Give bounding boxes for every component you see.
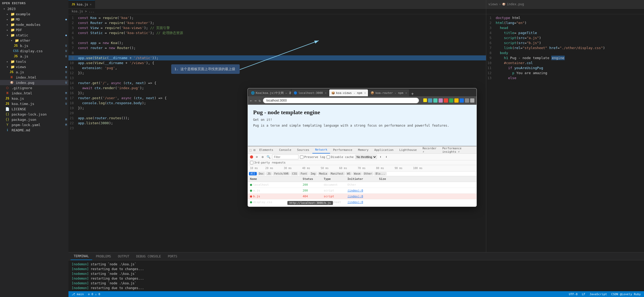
tab-problems[interactable]: PROBLEMS bbox=[93, 253, 114, 260]
throttle-select[interactable]: No throttling bbox=[355, 155, 377, 159]
sidebar-item-a-js-static[interactable]: JS a.js U bbox=[0, 54, 68, 59]
sidebar-item-index-pug[interactable]: 🐶 index.pug U bbox=[0, 80, 68, 85]
devtools-tab-elements[interactable]: Elements bbox=[257, 147, 276, 154]
sidebar-badge: M bbox=[65, 92, 67, 95]
devtools-pointer-icon[interactable]: ⊡ bbox=[253, 148, 256, 152]
tab-output[interactable]: OUTPUT bbox=[115, 253, 132, 260]
devtools-tab-application[interactable]: Application bbox=[372, 147, 396, 154]
devtools-tab-recorder[interactable]: Recorder ⚡ bbox=[420, 147, 439, 154]
breadcrumb-index-pug: index.pug bbox=[507, 2, 524, 6]
close-tab-button[interactable]: × bbox=[90, 3, 92, 6]
forward-button[interactable]: → bbox=[254, 98, 256, 103]
devtools-tab-console[interactable]: Console bbox=[276, 147, 294, 154]
sidebar-item-views[interactable]: 📁 views ● bbox=[0, 64, 68, 69]
filter-media[interactable]: Media bbox=[318, 172, 329, 175]
sidebar-root-2023[interactable]: 2023 bbox=[0, 6, 68, 11]
filter-doc[interactable]: Doc bbox=[257, 172, 265, 175]
devtools-tab-network[interactable]: Network bbox=[312, 147, 330, 154]
clear-button[interactable]: ⊘ bbox=[255, 155, 259, 159]
filter-font[interactable]: Font bbox=[299, 172, 308, 175]
search-button[interactable]: 🔍 bbox=[266, 155, 271, 159]
devtools-tab-memory[interactable]: Memory bbox=[355, 147, 371, 154]
json-icon: {} bbox=[5, 117, 9, 122]
network-filter-input[interactable] bbox=[272, 155, 298, 159]
import-btn[interactable]: ⬆ bbox=[378, 155, 383, 159]
devtools-tab-performance[interactable]: Performance bbox=[331, 147, 355, 154]
refresh-button[interactable]: ↻ bbox=[259, 98, 261, 103]
filter-js[interactable]: JS bbox=[266, 172, 272, 175]
disable-cache-checkbox[interactable]: Disable cache bbox=[327, 155, 353, 159]
network-row-localhost[interactable]: localhost 200 document Other bbox=[248, 182, 476, 188]
right-code-area[interactable]: 1 doctype html 2 html(lang="en") 3 head … bbox=[486, 14, 644, 252]
sidebar-item-koa-js[interactable]: JS koa.js U bbox=[0, 96, 68, 101]
sidebar-item-pnpm-lock-yaml[interactable]: Y pnpm-lock.yaml M bbox=[0, 122, 68, 127]
sidebar-item-readme-md[interactable]: ℹ README.md bbox=[0, 127, 68, 133]
filter-other[interactable]: Other bbox=[362, 172, 373, 175]
network-row-display-css[interactable]: display.css 200 stylesheet (index):0 bbox=[248, 199, 476, 205]
close-tab-button[interactable]: × bbox=[364, 92, 366, 94]
network-row-b-js[interactable]: b.js 404 script (index):0 http://localho… bbox=[248, 194, 476, 199]
url-input[interactable] bbox=[263, 98, 419, 103]
sidebar-item-other[interactable]: 📁 other bbox=[0, 38, 68, 43]
close-tab-button[interactable]: × bbox=[325, 92, 327, 94]
sidebar-item-example[interactable]: 📁 example bbox=[0, 11, 68, 17]
sidebar-item-index-html-views[interactable]: H index.html U bbox=[0, 75, 68, 80]
status-line-ending: LF bbox=[582, 293, 585, 296]
record-button[interactable] bbox=[250, 155, 253, 159]
right-editor-panel: 1 doctype html 2 html(lang="en") 3 head … bbox=[486, 14, 644, 252]
back-button[interactable]: ← bbox=[250, 98, 252, 103]
devtools-inspector-icon[interactable]: ⬚ bbox=[249, 148, 252, 152]
export-btn[interactable]: ⬇ bbox=[384, 155, 389, 159]
status-credit: CSDN @Lovely Ruby bbox=[611, 293, 641, 296]
file-icon: 📄 bbox=[5, 107, 9, 111]
sidebar-item-license[interactable]: 📄 LICENSE bbox=[0, 106, 68, 112]
devtools-tab-performance-insights[interactable]: Performance insights ⚡ bbox=[440, 147, 475, 154]
tab-ports[interactable]: PORTS bbox=[165, 253, 180, 260]
sidebar-item-static[interactable]: 📁 static ● bbox=[0, 32, 68, 38]
code-line: 8 body bbox=[486, 50, 644, 55]
browser-tab-localhost[interactable]: 🔵 localhost:3000 × bbox=[292, 89, 329, 96]
tab-debug-console[interactable]: DEBUG CONSOLE bbox=[133, 253, 164, 260]
sidebar-item-package-json[interactable]: {} package.json M bbox=[0, 117, 68, 122]
chevron-icon bbox=[5, 12, 9, 16]
status-language: JavaScript bbox=[589, 293, 607, 296]
sidebar-item-pdf[interactable]: 📁 PDF bbox=[0, 27, 68, 32]
filter-wasm[interactable]: Wasm bbox=[352, 172, 362, 175]
sidebar-label: b.js bbox=[20, 44, 28, 48]
sidebar-item-b-js[interactable]: JS b.js U bbox=[0, 43, 68, 48]
third-party-checkbox[interactable]: 3rd-party requests bbox=[250, 161, 286, 164]
close-tab-button[interactable]: × bbox=[405, 92, 407, 94]
sidebar-item-tools[interactable]: 📁 tools bbox=[0, 59, 68, 64]
sidebar-item-gitignore[interactable]: ⬡ .gitignore bbox=[0, 85, 68, 90]
row-size bbox=[377, 202, 393, 203]
sidebar-item-md[interactable]: 📁 MD ● bbox=[0, 17, 68, 22]
sidebar-item-display-css[interactable]: CSS display.css U bbox=[0, 48, 68, 54]
new-tab-button[interactable]: + bbox=[410, 91, 415, 96]
code-line: 7 const router = new Router(); bbox=[68, 45, 486, 50]
filter-fetch[interactable]: Fetch/XHR bbox=[273, 172, 290, 175]
devtools-tab-lighthouse[interactable]: Lighthouse bbox=[397, 147, 419, 154]
col-status-header: Status bbox=[301, 177, 322, 181]
browser-tab-koa-router[interactable]: 📦 koa-router - npm × bbox=[368, 89, 409, 96]
sidebar-item-koa-time-js[interactable]: JS koa.time.js U bbox=[0, 101, 68, 106]
browser-tab-bar: 🌐 Koa(koa.js)中文网 – 基于 Node... × 🔵 localh… bbox=[248, 88, 476, 96]
browser-tab-koa-views[interactable]: 📦 koa-views - npm × bbox=[329, 89, 368, 96]
preserve-log-checkbox[interactable]: Preserve log bbox=[300, 155, 325, 159]
sidebar-item-package-lock-json[interactable]: {} package-lock.json bbox=[0, 112, 68, 117]
filter-blo[interactable]: Blo... bbox=[374, 172, 387, 175]
sidebar-item-node-modules[interactable]: 📁 node_modules bbox=[0, 22, 68, 27]
filter-ws[interactable]: WS bbox=[346, 172, 352, 175]
filter-button[interactable]: ⚙ bbox=[260, 155, 265, 159]
browser-tab-koa[interactable]: 🌐 Koa(koa.js)中文网 – 基于 Node... × bbox=[249, 89, 291, 96]
tab-koa-js[interactable]: JS koa.js × bbox=[68, 0, 95, 8]
filter-img[interactable]: Img bbox=[309, 172, 317, 175]
code-line: 13 bbox=[68, 75, 486, 80]
filter-manifest[interactable]: Manifest bbox=[329, 172, 345, 175]
devtools-tab-sources[interactable]: Sources bbox=[294, 147, 312, 154]
tab-terminal[interactable]: TERMINAL bbox=[71, 253, 92, 260]
filter-css[interactable]: CSS bbox=[291, 172, 298, 175]
sidebar-item-index-html-root[interactable]: H index.html M bbox=[0, 90, 68, 96]
sidebar-item-a-js-views[interactable]: JS a.js U bbox=[0, 69, 68, 75]
filter-all[interactable]: All bbox=[249, 172, 257, 175]
network-row-a-js[interactable]: a.js 200 script (index):0 bbox=[248, 188, 476, 194]
